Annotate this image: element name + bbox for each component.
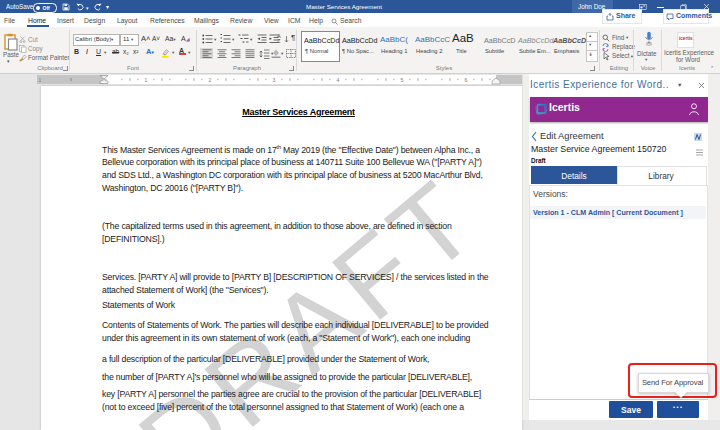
svg-text:5: 5 <box>401 77 404 83</box>
svg-text:6: 6 <box>465 77 468 83</box>
svg-text:2: 2 <box>209 77 212 83</box>
svg-text:3: 3 <box>273 77 276 83</box>
svg-text:1: 1 <box>39 77 42 83</box>
svg-text:1: 1 <box>145 77 148 83</box>
svg-text:4: 4 <box>337 77 340 83</box>
